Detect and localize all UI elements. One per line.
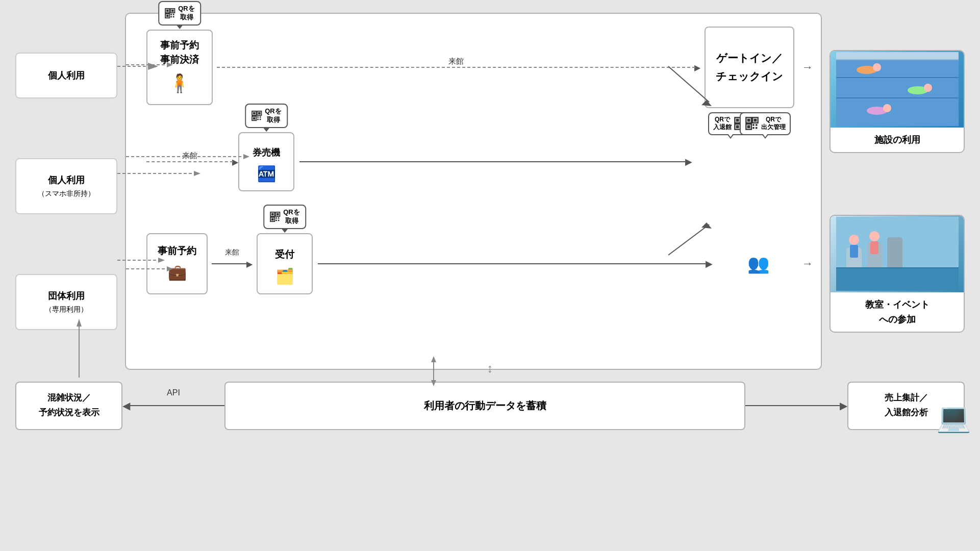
- svg-rect-49: [277, 213, 279, 216]
- svg-rect-13: [173, 14, 174, 15]
- arrow-arrive-row1: 来館 ▶: [217, 63, 700, 72]
- svg-rect-12: [170, 14, 172, 15]
- svg-rect-27: [747, 119, 750, 122]
- svg-rect-51: [271, 218, 274, 221]
- qr-icon-row3: [269, 211, 281, 222]
- sales-analysis-box: 売上集計／ 入退館分析 💻: [847, 382, 965, 430]
- svg-rect-29: [754, 119, 757, 122]
- qr-attendance-bubble: QRで出欠管理: [740, 112, 791, 135]
- swimming-pool-illustration: [836, 52, 959, 126]
- bottom-section: 混雑状況／ 予約状況を表示 ◀ API 利用者の行動データを蓄積 ▶: [15, 372, 965, 439]
- user-type-individual-no-phone-label: 個人利用 （スマホ非所持）: [38, 173, 95, 199]
- qr-bubble-row1: QRを 取得: [158, 1, 201, 26]
- arrive-label-row1: 来館: [448, 57, 464, 66]
- qr-icon: [164, 8, 175, 19]
- behavior-data-box: 利用者の行動データを蓄積: [224, 382, 745, 430]
- svg-rect-55: [278, 219, 280, 221]
- user-type-individual-no-phone: 個人利用 （スマホ非所持）: [15, 158, 117, 214]
- main-flow-area: QRを 取得 事前予約事前決済 🧍 来館 ▶: [125, 13, 822, 370]
- gym-class-illustration: [836, 217, 959, 291]
- facility-image: [831, 51, 964, 128]
- arrive-label-row3: 来館: [225, 248, 239, 257]
- qr-bubble-row2: QRを 取得: [245, 104, 288, 128]
- gatein-label: ゲートイン／チェックイン: [716, 49, 783, 85]
- arrow-to-gatein-row2: ▶: [294, 156, 697, 167]
- svg-rect-56: [836, 52, 959, 126]
- svg-rect-37: [253, 112, 256, 115]
- advance-reservation-box: QRを 取得 事前予約事前決済 🧍: [146, 30, 213, 106]
- svg-rect-45: [260, 118, 261, 120]
- class-event-card: 教室・イベント への参加: [830, 215, 965, 333]
- page-container: 個人利用 個人利用 （スマホ非所持） 団体利用 （専用利用）: [0, 0, 980, 551]
- svg-rect-43: [260, 116, 261, 118]
- svg-rect-32: [752, 124, 755, 127]
- svg-rect-21: [736, 126, 739, 129]
- arrow-to-outcomes2: →: [802, 257, 813, 270]
- arrive-arrow-row3: ▶ 来館: [212, 259, 253, 269]
- vertical-arrow-connector: ↕: [487, 362, 493, 374]
- qr-attendance-icon: [745, 116, 759, 131]
- gatein-checkin-box: ゲートイン／チェックイン QRで入退館: [705, 27, 794, 108]
- advance-reservation-label: 事前予約事前決済: [160, 38, 199, 67]
- arrow-to-gatein-row3: ▶: [313, 258, 718, 269]
- svg-point-71: [849, 235, 859, 245]
- svg-rect-65: [836, 52, 959, 60]
- facility-card: 施設の利用: [830, 50, 965, 154]
- svg-rect-42: [257, 116, 259, 118]
- qr-icon-row2: [251, 110, 262, 121]
- svg-rect-72: [850, 245, 858, 258]
- svg-rect-35: [756, 127, 758, 129]
- user-type-group: 団体利用 （専用利用）: [15, 274, 117, 330]
- gate-people-icon: 👥: [718, 254, 799, 274]
- svg-rect-31: [747, 126, 750, 129]
- behavior-data-label: 利用者の行動データを蓄積: [424, 397, 546, 414]
- arrow-to-outcomes1: →: [802, 61, 813, 74]
- svg-rect-34: [752, 127, 755, 129]
- flow-row2: 来館 ▶: [126, 131, 821, 192]
- user-type-individual-label: 個人利用: [48, 68, 85, 83]
- svg-rect-44: [257, 118, 259, 120]
- ticket-machine-label: 券売機: [253, 146, 280, 160]
- svg-rect-53: [278, 217, 280, 219]
- congestion-display-box: 混雑状況／ 予約状況を表示: [15, 382, 122, 430]
- flow-row1: QRを 取得 事前予約事前決済 🧍 来館 ▶: [126, 29, 821, 106]
- svg-point-62: [924, 84, 932, 92]
- api-arrow: ◀ API: [122, 399, 224, 412]
- class-event-image: [831, 216, 964, 292]
- svg-rect-11: [166, 14, 169, 17]
- top-section: 個人利用 個人利用 （スマホ非所持） 団体利用 （専用利用）: [15, 13, 965, 370]
- svg-rect-33: [756, 124, 758, 127]
- facility-label: 施設の利用: [831, 128, 964, 153]
- user-types-column: 個人利用 個人利用 （スマホ非所持） 団体利用 （専用利用）: [15, 13, 117, 370]
- flow-row3: 事前予約 💼 ▶ 来館: [126, 213, 821, 315]
- svg-rect-14: [170, 16, 172, 17]
- svg-point-60: [873, 63, 881, 71]
- svg-rect-74: [870, 241, 878, 254]
- svg-point-73: [869, 231, 880, 241]
- svg-rect-17: [736, 119, 739, 122]
- svg-rect-9: [171, 9, 174, 12]
- arrive-arrow-row2: 来館 ▶: [146, 157, 238, 167]
- congestion-label: 混雑状況／ 予約状況を表示: [39, 391, 99, 420]
- reception-label: 受付: [275, 247, 294, 262]
- arrive-label-row2: 来館: [182, 151, 197, 161]
- svg-rect-39: [258, 112, 261, 115]
- svg-rect-41: [253, 117, 256, 120]
- desk-person-icon: 💼: [168, 261, 187, 284]
- person-icon-row1: 🧍: [168, 70, 191, 97]
- reception-box: QRを 取得 受付 🗂️: [257, 233, 313, 294]
- ticket-machine-icon: 🏧: [257, 162, 276, 185]
- right-arrow-bottom: ▶: [745, 399, 847, 412]
- reception-desk-icon: 🗂️: [275, 265, 294, 288]
- advance-reservation-group-label: 事前予約: [158, 244, 196, 259]
- user-type-individual: 個人利用: [15, 53, 117, 98]
- class-event-label: 教室・イベント への参加: [831, 292, 964, 332]
- sales-analysis-label: 売上集計／ 入退館分析: [885, 391, 928, 420]
- svg-rect-52: [275, 217, 277, 219]
- svg-rect-47: [271, 213, 274, 216]
- svg-rect-54: [275, 219, 277, 221]
- advance-reservation-group-box: 事前予約 💼: [146, 233, 208, 294]
- user-type-group-label: 団体利用 （専用利用）: [45, 289, 88, 315]
- svg-point-64: [883, 104, 891, 112]
- analyst-icon: 💻: [936, 394, 971, 442]
